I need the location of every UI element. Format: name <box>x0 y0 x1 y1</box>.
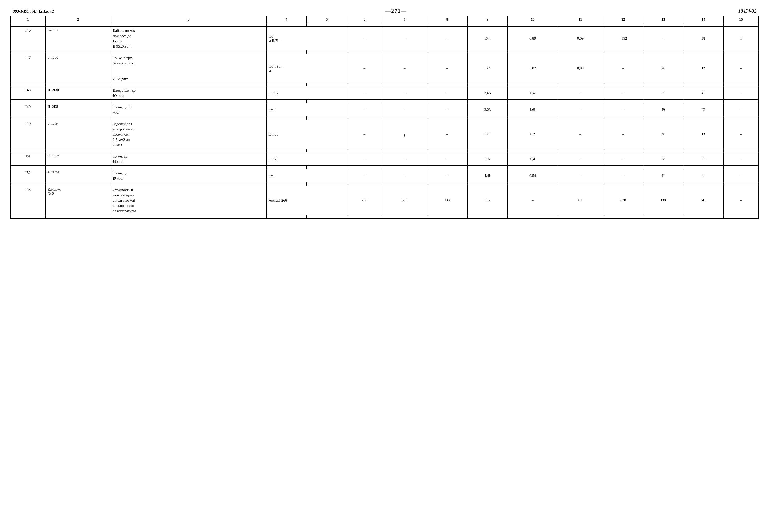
row-col9: 0,6I <box>467 120 507 149</box>
row-col11: – <box>558 103 603 116</box>
row-spacer <box>10 116 759 120</box>
row-col7: – <box>382 103 427 116</box>
column-headers: 1 2 3 4 5 6 7 8 9 10 11 12 13 14 15 <box>10 16 759 23</box>
row-unit: шт. 26 <box>266 152 347 166</box>
col-header-3: 3 <box>111 16 266 23</box>
row-code: 8–I530 <box>45 54 111 83</box>
col-header-7: 7 <box>382 16 427 23</box>
row-col10: 6,89 <box>508 27 558 50</box>
row-col7: ┐ <box>382 120 427 149</box>
row-col6: – <box>347 86 382 100</box>
row-col8: – <box>427 103 467 116</box>
table-row: I508–I6I9Заделки дляконтрольногокабеля с… <box>10 120 759 149</box>
row-description: То же, доI9 жил <box>111 169 266 182</box>
row-unit: I00 I,96 – м <box>266 54 347 83</box>
row-code: 8–I5I0 <box>45 27 111 50</box>
row-col10: 0,4 <box>508 152 558 166</box>
col-header-6: 6 <box>347 16 382 23</box>
row-spacer <box>10 166 759 169</box>
row-col9: I,4I <box>467 169 507 182</box>
row-spacer <box>10 83 759 86</box>
row-col6: 266 <box>347 186 382 215</box>
col-header-15: 15 <box>723 16 759 23</box>
row-col8: – <box>427 86 467 100</box>
row-col11: – <box>558 169 603 182</box>
row-col11: 0,09 <box>558 54 603 83</box>
row-number: I53 <box>10 186 45 215</box>
col-header-10: 10 <box>508 16 558 23</box>
row-col6: – <box>347 152 382 166</box>
row-col13: 40 <box>643 120 683 149</box>
row-description: То же, до I9жил <box>111 103 266 116</box>
row-col14: I2 <box>683 54 723 83</box>
row-code: 8–I6I96 <box>45 169 111 182</box>
doc-number: 18454-32 <box>738 8 756 14</box>
row-col12: – <box>603 103 643 116</box>
row-description: То же, в тру-бах и коробах2,0x0,98= <box>111 54 266 83</box>
row-col8: – <box>427 54 467 83</box>
row-col15: – <box>723 186 759 215</box>
row-unit: компл.I 266 <box>266 186 347 215</box>
table-row: I48II–2I30Ввод в щит доIO жилшт. 32–––2,… <box>10 86 759 100</box>
row-col7: – <box>382 27 427 50</box>
row-col7: – <box>382 86 427 100</box>
row-col13: II <box>643 169 683 182</box>
row-col15: – <box>723 103 759 116</box>
row-col15: I <box>723 27 759 50</box>
row-col14: 8I <box>683 27 723 50</box>
row-col9: 3,23 <box>467 103 507 116</box>
row-spacer <box>10 50 759 54</box>
row-col15: – <box>723 169 759 182</box>
row-col13: 28 <box>643 152 683 166</box>
col-header-2: 2 <box>45 16 111 23</box>
row-col8: – <box>427 169 467 182</box>
row-number: I49 <box>10 103 45 116</box>
row-col15: – <box>723 120 759 149</box>
row-col12: – <box>603 169 643 182</box>
row-col10: 0,2 <box>508 120 558 149</box>
col-header-14: 14 <box>683 16 723 23</box>
row-number: I48 <box>10 86 45 100</box>
row-number: I50 <box>10 120 45 149</box>
row-spacer-final <box>10 215 759 218</box>
col-header-9: 9 <box>467 16 507 23</box>
row-code: II–2I3I <box>45 103 111 116</box>
row-col9: I6,4 <box>467 27 507 50</box>
row-col14: IO <box>683 152 723 166</box>
row-col14: 4 <box>683 169 723 182</box>
row-col15: – <box>723 152 759 166</box>
row-col9: 2,65 <box>467 86 507 100</box>
row-col10: 5,87 <box>508 54 558 83</box>
row-col11: – <box>558 86 603 100</box>
table-row: I478–I530То же, в тру-бах и коробах2,0x0… <box>10 54 759 83</box>
row-description: Стоимость имонтаж щитас подготовкойк вкл… <box>111 186 266 215</box>
row-spacer <box>10 149 759 152</box>
row-col12: 630 <box>603 186 643 215</box>
row-description: Ввод в щит доIO жил <box>111 86 266 100</box>
row-col6: – <box>347 27 382 50</box>
row-col15: – <box>723 86 759 100</box>
row-col8: – <box>427 120 467 149</box>
row-code: Калькул. № 2 <box>45 186 111 215</box>
row-description: Заделки дляконтрольногокабеля сеч.2,5 мм… <box>111 120 266 149</box>
row-col12: – <box>603 120 643 149</box>
col-header-12: 12 <box>603 16 643 23</box>
row-description: Кабель по м/кпри весе доI кг/мII,95x0,98… <box>111 27 266 50</box>
row-col10: – <box>508 186 558 215</box>
row-number: I5I <box>10 152 45 166</box>
row-col7: – . <box>382 169 427 182</box>
table-row: I5I8–I6I9аТо же, доI4 жилшт. 26–––I,070,… <box>10 152 759 166</box>
row-col9: I3,4 <box>467 54 507 83</box>
row-number: I47 <box>10 54 45 83</box>
row-col14: 5I . <box>683 186 723 215</box>
page-number: —271— <box>385 8 407 14</box>
row-col11: – <box>558 120 603 149</box>
row-unit: шт. 8 <box>266 169 347 182</box>
doc-reference: 903-I-I99 . Ал.I2.I,кн.2 <box>13 9 54 14</box>
row-code: II–2I30 <box>45 86 111 100</box>
row-col10: I,6I <box>508 103 558 116</box>
row-number: I52 <box>10 169 45 182</box>
row-code: 8–I6I9а <box>45 152 111 166</box>
row-col13: I9 <box>643 103 683 116</box>
table-row: I528–I6I96То же, доI9 жилшт. 8–– .–I,4I0… <box>10 169 759 182</box>
